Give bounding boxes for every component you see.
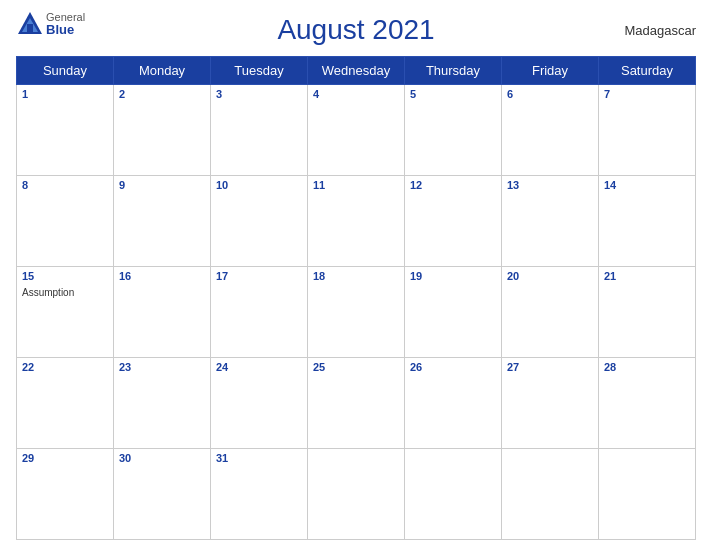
calendar-header: General Blue August 2021 Madagascar xyxy=(16,10,696,50)
calendar-week-row: 15Assumption161718192021 xyxy=(17,267,696,358)
day-number: 7 xyxy=(604,88,690,100)
calendar-day-cell: 11 xyxy=(308,176,405,267)
day-number: 4 xyxy=(313,88,399,100)
calendar-day-cell: 7 xyxy=(599,85,696,176)
calendar-day-cell: 3 xyxy=(211,85,308,176)
day-number: 3 xyxy=(216,88,302,100)
calendar-day-cell: 4 xyxy=(308,85,405,176)
calendar-day-cell: 5 xyxy=(405,85,502,176)
day-number: 29 xyxy=(22,452,108,464)
day-number: 18 xyxy=(313,270,399,282)
calendar-day-cell: 13 xyxy=(502,176,599,267)
weekday-header-row: SundayMondayTuesdayWednesdayThursdayFrid… xyxy=(17,57,696,85)
weekday-header-friday: Friday xyxy=(502,57,599,85)
calendar-day-cell: 16 xyxy=(114,267,211,358)
calendar-day-cell: 19 xyxy=(405,267,502,358)
calendar-day-cell: 20 xyxy=(502,267,599,358)
calendar-day-cell: 27 xyxy=(502,358,599,449)
day-number: 22 xyxy=(22,361,108,373)
logo-icon xyxy=(16,10,44,38)
calendar-title: August 2021 xyxy=(277,14,434,46)
day-number: 16 xyxy=(119,270,205,282)
day-number: 5 xyxy=(410,88,496,100)
weekday-header-monday: Monday xyxy=(114,57,211,85)
day-number: 12 xyxy=(410,179,496,191)
day-number: 2 xyxy=(119,88,205,100)
day-number: 14 xyxy=(604,179,690,191)
calendar-day-cell: 24 xyxy=(211,358,308,449)
day-number: 1 xyxy=(22,88,108,100)
calendar-day-cell: 1 xyxy=(17,85,114,176)
calendar-day-cell: 23 xyxy=(114,358,211,449)
country-label: Madagascar xyxy=(624,23,696,38)
calendar-day-cell xyxy=(308,449,405,540)
weekday-header-wednesday: Wednesday xyxy=(308,57,405,85)
day-number: 24 xyxy=(216,361,302,373)
day-number: 19 xyxy=(410,270,496,282)
calendar-day-cell: 10 xyxy=(211,176,308,267)
calendar-day-cell: 2 xyxy=(114,85,211,176)
calendar-day-cell: 8 xyxy=(17,176,114,267)
calendar-day-cell: 21 xyxy=(599,267,696,358)
day-number: 10 xyxy=(216,179,302,191)
calendar-week-row: 891011121314 xyxy=(17,176,696,267)
day-number: 17 xyxy=(216,270,302,282)
calendar-wrapper: General Blue August 2021 Madagascar Sund… xyxy=(0,0,712,550)
calendar-thead: SundayMondayTuesdayWednesdayThursdayFrid… xyxy=(17,57,696,85)
day-number: 13 xyxy=(507,179,593,191)
day-number: 6 xyxy=(507,88,593,100)
calendar-day-cell: 25 xyxy=(308,358,405,449)
calendar-day-cell: 17 xyxy=(211,267,308,358)
day-number: 11 xyxy=(313,179,399,191)
day-number: 27 xyxy=(507,361,593,373)
day-number: 31 xyxy=(216,452,302,464)
calendar-table: SundayMondayTuesdayWednesdayThursdayFrid… xyxy=(16,56,696,540)
weekday-header-saturday: Saturday xyxy=(599,57,696,85)
calendar-day-cell xyxy=(502,449,599,540)
calendar-week-row: 293031 xyxy=(17,449,696,540)
calendar-day-cell: 6 xyxy=(502,85,599,176)
weekday-header-tuesday: Tuesday xyxy=(211,57,308,85)
calendar-tbody: 123456789101112131415Assumption161718192… xyxy=(17,85,696,540)
day-number: 8 xyxy=(22,179,108,191)
calendar-day-cell: 28 xyxy=(599,358,696,449)
day-number: 28 xyxy=(604,361,690,373)
day-number: 15 xyxy=(22,270,108,282)
calendar-day-cell xyxy=(599,449,696,540)
logo-text: General Blue xyxy=(46,11,85,37)
day-number: 26 xyxy=(410,361,496,373)
calendar-day-cell: 30 xyxy=(114,449,211,540)
calendar-day-cell: 9 xyxy=(114,176,211,267)
day-number: 21 xyxy=(604,270,690,282)
calendar-day-cell: 31 xyxy=(211,449,308,540)
calendar-day-cell: 22 xyxy=(17,358,114,449)
weekday-header-thursday: Thursday xyxy=(405,57,502,85)
calendar-day-cell: 29 xyxy=(17,449,114,540)
day-number: 20 xyxy=(507,270,593,282)
day-number: 23 xyxy=(119,361,205,373)
logo-blue-text: Blue xyxy=(46,23,85,37)
calendar-day-cell: 18 xyxy=(308,267,405,358)
calendar-week-row: 22232425262728 xyxy=(17,358,696,449)
day-number: 9 xyxy=(119,179,205,191)
calendar-day-cell xyxy=(405,449,502,540)
weekday-header-sunday: Sunday xyxy=(17,57,114,85)
day-number: 25 xyxy=(313,361,399,373)
calendar-day-cell: 15Assumption xyxy=(17,267,114,358)
day-event: Assumption xyxy=(22,287,74,298)
day-number: 30 xyxy=(119,452,205,464)
logo: General Blue xyxy=(16,10,85,38)
calendar-day-cell: 14 xyxy=(599,176,696,267)
svg-rect-2 xyxy=(27,24,33,32)
calendar-day-cell: 26 xyxy=(405,358,502,449)
calendar-day-cell: 12 xyxy=(405,176,502,267)
calendar-week-row: 1234567 xyxy=(17,85,696,176)
